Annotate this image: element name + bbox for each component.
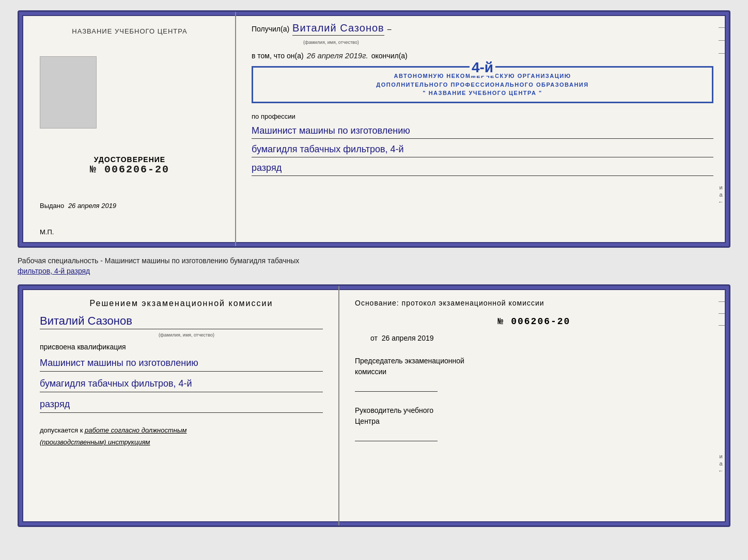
deco-dash-1	[719, 27, 725, 28]
photo-placeholder	[40, 56, 97, 129]
dopuskaetsya-text2-block: (производственным) инструкциям	[40, 437, 323, 446]
bottom-doc-left: Решением экзаменационной комиссии Витали…	[19, 286, 339, 525]
bottom-right-letters: и а ←	[718, 453, 724, 474]
deco-dash-3	[719, 53, 725, 54]
stamp-line3: " НАЗВАНИЕ УЧЕБНОГО ЦЕНТРА "	[259, 89, 706, 98]
stamp-number: 4-й	[470, 59, 495, 76]
dash-1: –	[387, 25, 392, 33]
rukovoditel-line2: Центра	[355, 416, 713, 427]
vtom-line: в том, что он(а) 26 апреля 2019г. окончи…	[252, 51, 713, 60]
vydano-label: Выдано	[40, 202, 64, 210]
protocol-prefix: №	[498, 316, 505, 327]
dopuskaetsya-line: допускается к работе согласно должностны…	[40, 426, 323, 434]
rukovoditel-block: Руководитель учебного Центра	[355, 405, 713, 441]
okonchil-label: окончил(а)	[371, 52, 408, 60]
certificate-number: 006206-20	[104, 164, 169, 175]
bottom-recipient-name: Виталий Сазонов	[40, 314, 323, 329]
letter-i: и	[719, 184, 722, 190]
bottom-letter-i: и	[719, 453, 722, 459]
vtom-date: 26 апреля 2019г.	[307, 51, 368, 60]
doc-label-text: Рабочая специальность - Машинист машины …	[18, 257, 299, 265]
letter-arrow: ←	[718, 199, 724, 205]
ot-prefix: от	[370, 334, 378, 342]
bottom-letter-a: а	[719, 460, 722, 467]
profession-line2: бумагидля табачных фильтров, 4-й	[252, 143, 713, 157]
bottom-profession-line2: бумагидля табачных фильтров, 4-й	[40, 377, 323, 392]
right-letters: и а ←	[718, 184, 724, 205]
top-doc-right: Получил(а) Виталий Сазонов – (фамилия, и…	[236, 12, 729, 246]
predsedatel-line2: комиссии	[355, 366, 713, 377]
dopuskaetsya-label: допускается к	[40, 426, 83, 434]
top-document: НАЗВАНИЕ УЧЕБНОГО ЦЕНТРА УДОСТОВЕРЕНИЕ №…	[18, 10, 730, 248]
profession-line1: Машинист машины по изготовлению	[252, 124, 713, 139]
doc-label-underline: фильтров, 4-й разряд	[18, 267, 90, 275]
poluchil-label: Получил(а)	[252, 25, 289, 33]
number-prefix: №	[90, 164, 97, 175]
vtom-label: в том, что он(а)	[252, 52, 304, 60]
udostoverenie-block: УДОСТОВЕРЕНИЕ № 006206-20	[90, 155, 169, 175]
letter-a: а	[719, 191, 722, 198]
bottom-right-deco	[719, 301, 725, 326]
dopuskaetsya-text: работе согласно должностным	[85, 426, 186, 434]
bottom-profession-line3: разряд	[40, 397, 323, 413]
bottom-doc-right: Основание: протокол экзаменационной коми…	[339, 286, 729, 525]
stamp-block: 4-й АВТОНОМНУЮ НЕКОММЕРЧЕСКУЮ ОРГАНИЗАЦИ…	[252, 66, 713, 103]
osnovanie-text: Основание: протокол экзаменационной коми…	[355, 299, 713, 307]
ot-date: 26 апреля 2019	[382, 334, 434, 342]
bottom-name-hint: (фамилия, имя, отчество)	[50, 332, 323, 338]
predsedatel-block: Председатель экзаменационной комиссии	[355, 356, 713, 392]
doc-label: Рабочая специальность - Машинист машины …	[18, 254, 730, 278]
deco-dash-2	[719, 40, 725, 41]
bottom-profession-line1: Машинист машины по изготовлению	[40, 356, 323, 372]
bottom-deco-dash-3	[719, 325, 725, 326]
profession-line3: разряд	[252, 162, 713, 176]
udostoverenie-title: УДОСТОВЕРЕНИЕ	[90, 155, 169, 164]
right-decorative-lines	[719, 27, 725, 54]
stamp-line2: ДОПОЛНИТЕЛЬНОГО ПРОФЕССИОНАЛЬНОГО ОБРАЗО…	[259, 81, 706, 89]
protocol-num: 006206-20	[511, 316, 570, 327]
bottom-document: Решением экзаменационной комиссии Витали…	[18, 284, 730, 527]
name-hint-top: (фамилия, имя, отчество)	[303, 40, 713, 45]
mp-label: М.П.	[40, 228, 54, 236]
recipient-name: Виталий Сазонов	[292, 22, 384, 36]
predsedatel-line1: Председатель экзаменационной	[355, 356, 713, 366]
bottom-letter-arrow: ←	[718, 468, 724, 474]
po-professii-label: по профессии	[252, 113, 713, 120]
vydano-date: 26 апреля 2019	[68, 202, 116, 210]
dopuskaetsya-text2: (производственным) инструкциям	[40, 438, 150, 446]
resheniem-title: Решением экзаменационной комиссии	[40, 299, 323, 308]
vydano-line: Выдано 26 апреля 2019	[40, 202, 116, 210]
rukovoditel-signature-line	[355, 431, 438, 441]
udostoverenie-number: № 006206-20	[90, 164, 169, 175]
bottom-deco-dash-2	[719, 313, 725, 314]
predsedatel-signature-line	[355, 381, 438, 392]
rukovoditel-line1: Руководитель учебного	[355, 405, 713, 416]
poluchil-line: Получил(а) Виталий Сазонов –	[252, 22, 713, 36]
training-center-top-label: НАЗВАНИЕ УЧЕБНОГО ЦЕНТРА	[72, 27, 187, 35]
ot-line: от 26 апреля 2019	[355, 334, 713, 342]
bottom-deco-dash-1	[719, 301, 725, 302]
prisvoena-text: присвоена квалификация	[40, 343, 323, 351]
protocol-number: № 006206-20	[355, 316, 713, 327]
top-doc-left: НАЗВАНИЕ УЧЕБНОГО ЦЕНТРА УДОСТОВЕРЕНИЕ №…	[19, 12, 236, 246]
